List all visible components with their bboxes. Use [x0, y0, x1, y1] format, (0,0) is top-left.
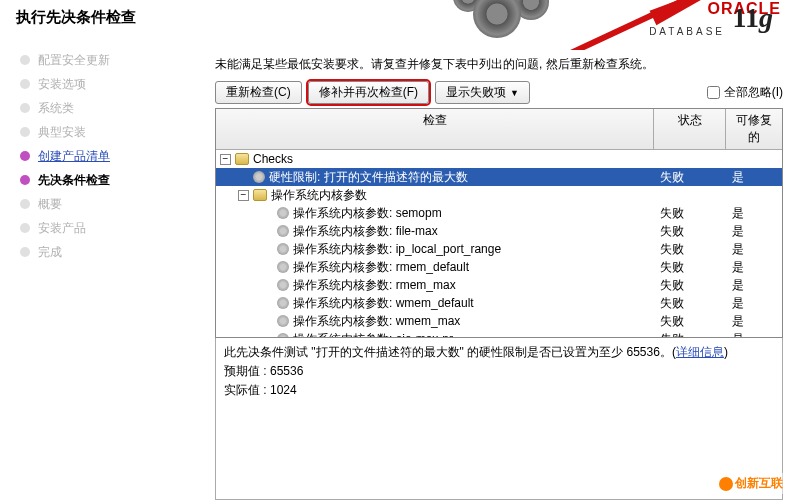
sidebar-item-label: 系统类 — [38, 100, 74, 117]
gear-icon — [277, 279, 289, 291]
nav-bullet-icon — [20, 247, 30, 257]
row-status: 失败 — [654, 277, 726, 294]
row-status: 失败 — [654, 259, 726, 276]
column-header-status[interactable]: 状态 — [654, 109, 726, 149]
row-fixable: 是 — [726, 259, 782, 276]
row-label: 操作系统内核参数: rmem_max — [293, 277, 456, 294]
sidebar-item: 完成 — [16, 240, 205, 264]
show-failed-dropdown[interactable]: 显示失败项▼ — [435, 81, 530, 104]
sidebar-item-label: 完成 — [38, 244, 62, 261]
table-row[interactable]: +操作系统内核参数: ip_local_port_range失败是 — [216, 240, 782, 258]
actual-value: : 1024 — [263, 383, 296, 397]
sidebar-item-label: 先决条件检查 — [38, 172, 110, 189]
expected-label: 预期值 — [224, 364, 260, 378]
table-row[interactable]: +操作系统内核参数: rmem_default失败是 — [216, 258, 782, 276]
ignore-all-checkbox[interactable]: 全部忽略(I) — [707, 84, 783, 101]
gears-decoration — [453, 0, 573, 40]
row-label: 操作系统内核参数: ip_local_port_range — [293, 241, 501, 258]
nav-bullet-icon — [20, 79, 30, 89]
checks-table: 检查 状态 可修复的 −Checks+硬性限制: 打开的文件描述符的最大数失败是… — [215, 108, 783, 338]
expected-value: : 65536 — [263, 364, 303, 378]
row-label: 操作系统内核参数: file-max — [293, 223, 438, 240]
row-fixable: 是 — [726, 295, 782, 312]
database-label: DATABASE — [649, 26, 725, 37]
folder-icon — [235, 153, 249, 165]
row-status: 失败 — [654, 169, 726, 186]
gear-icon — [277, 297, 289, 309]
nav-list: 配置安全更新安装选项系统类典型安装创建产品清单先决条件检查概要安装产品完成 — [0, 48, 205, 264]
sidebar-item-label: 创建产品清单 — [38, 148, 110, 165]
column-header-fixable[interactable]: 可修复的 — [726, 109, 782, 149]
sidebar-item[interactable]: 创建产品清单 — [16, 144, 205, 168]
chevron-down-icon: ▼ — [510, 88, 519, 98]
sidebar-item: 安装产品 — [16, 216, 205, 240]
description-text: 未能满足某些最低安装要求。请复查并修复下表中列出的问题, 然后重新检查系统。 — [215, 56, 783, 73]
gear-icon — [253, 171, 265, 183]
nav-bullet-icon — [20, 55, 30, 65]
row-label: 操作系统内核参数: rmem_default — [293, 259, 469, 276]
table-row[interactable]: +操作系统内核参数: rmem_max失败是 — [216, 276, 782, 294]
detail-panel: 此先决条件测试 "打开的文件描述符的最大数" 的硬性限制是否已设置为至少 655… — [215, 338, 783, 500]
sidebar-item: 先决条件检查 — [16, 168, 205, 192]
nav-bullet-icon — [20, 151, 30, 161]
row-label: 操作系统内核参数: semopm — [293, 205, 442, 222]
nav-bullet-icon — [20, 175, 30, 185]
sidebar-item-label: 典型安装 — [38, 124, 86, 141]
gear-icon — [277, 315, 289, 327]
row-fixable: 是 — [726, 169, 782, 186]
sidebar-item-label: 概要 — [38, 196, 62, 213]
nav-bullet-icon — [20, 223, 30, 233]
actual-label: 实际值 — [224, 383, 260, 397]
table-row[interactable]: −Checks — [216, 150, 782, 168]
tree-toggle-icon[interactable]: − — [220, 154, 231, 165]
row-status: 失败 — [654, 295, 726, 312]
sidebar-item-label: 配置安全更新 — [38, 52, 110, 69]
sidebar: 执行先决条件检查 配置安全更新安装选项系统类典型安装创建产品清单先决条件检查概要… — [0, 0, 205, 500]
recheck-button[interactable]: 重新检查(C) — [215, 81, 302, 104]
nav-bullet-icon — [20, 127, 30, 137]
row-fixable: 是 — [726, 205, 782, 222]
fix-and-recheck-button[interactable]: 修补并再次检查(F) — [308, 81, 429, 104]
gear-icon — [277, 243, 289, 255]
table-row[interactable]: +操作系统内核参数: semopm失败是 — [216, 204, 782, 222]
gear-icon — [277, 261, 289, 273]
table-row[interactable]: +操作系统内核参数: wmem_default失败是 — [216, 294, 782, 312]
gear-icon — [277, 225, 289, 237]
row-status: 失败 — [654, 331, 726, 338]
table-row[interactable]: −操作系统内核参数 — [216, 186, 782, 204]
tree-toggle-icon[interactable]: − — [238, 190, 249, 201]
row-status: 失败 — [654, 223, 726, 240]
table-row[interactable]: +操作系统内核参数: wmem_max失败是 — [216, 312, 782, 330]
table-row[interactable]: +操作系统内核参数: file-max失败是 — [216, 222, 782, 240]
sidebar-item: 安装选项 — [16, 72, 205, 96]
gear-icon — [277, 333, 289, 337]
detail-description: 此先决条件测试 "打开的文件描述符的最大数" 的硬性限制是否已设置为至少 655… — [224, 345, 676, 359]
sidebar-item: 系统类 — [16, 96, 205, 120]
row-status: 失败 — [654, 241, 726, 258]
more-info-link[interactable]: 详细信息 — [676, 345, 724, 359]
row-label: 操作系统内核参数 — [271, 187, 367, 204]
page-title: 执行先决条件检查 — [16, 8, 136, 27]
nav-bullet-icon — [20, 103, 30, 113]
row-label: 硬性限制: 打开的文件描述符的最大数 — [269, 169, 468, 186]
table-row[interactable]: +硬性限制: 打开的文件描述符的最大数失败是 — [216, 168, 782, 186]
row-fixable: 是 — [726, 313, 782, 330]
table-row[interactable]: +操作系统内核参数: aio-max-nr失败是 — [216, 330, 782, 337]
row-fixable: 是 — [726, 331, 782, 338]
toolbar: 重新检查(C) 修补并再次检查(F) 显示失败项▼ 全部忽略(I) — [215, 81, 783, 104]
checks-body[interactable]: −Checks+硬性限制: 打开的文件描述符的最大数失败是−操作系统内核参数+操… — [216, 150, 782, 337]
ignore-all-input[interactable] — [707, 86, 720, 99]
sidebar-item: 典型安装 — [16, 120, 205, 144]
watermark: 创新互联 — [715, 473, 787, 494]
row-status: 失败 — [654, 205, 726, 222]
row-fixable: 是 — [726, 277, 782, 294]
row-status: 失败 — [654, 313, 726, 330]
sidebar-item-label: 安装产品 — [38, 220, 86, 237]
row-label: Checks — [253, 152, 293, 166]
sidebar-item: 概要 — [16, 192, 205, 216]
row-label: 操作系统内核参数: wmem_default — [293, 295, 474, 312]
folder-icon — [253, 189, 267, 201]
column-header-check[interactable]: 检查 — [216, 109, 654, 149]
main: ORACLE 11g DATABASE 未能满足某些最低安装要求。请复查并修复下… — [205, 0, 793, 500]
sidebar-item: 配置安全更新 — [16, 48, 205, 72]
